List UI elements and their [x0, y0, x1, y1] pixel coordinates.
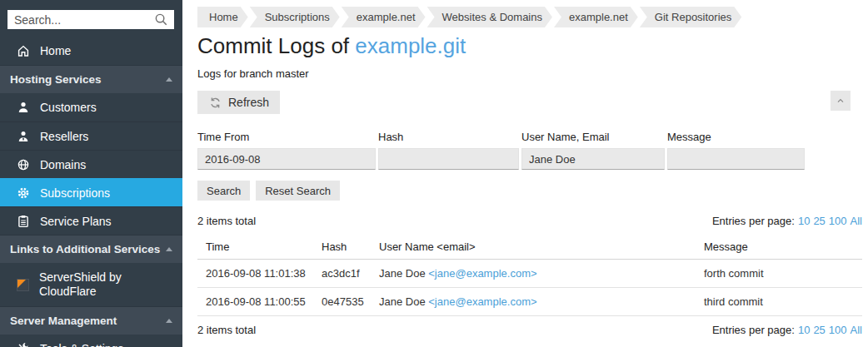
sidebar-item-domains[interactable]: Domains — [0, 150, 182, 178]
sidebar-item-label: Customers — [40, 101, 97, 114]
sidebar-header-label: Hosting Services — [10, 73, 102, 86]
commit-message: forth commit — [696, 260, 862, 287]
breadcrumb-domain[interactable]: example.net — [342, 7, 426, 27]
sidebar-item-customers[interactable]: Customers — [0, 93, 182, 121]
commit-user: Jane Doe <jane@example.com> — [371, 260, 696, 287]
col-header-message: Message — [696, 235, 862, 259]
sidebar: Home Hosting Services Customers Reseller… — [0, 0, 182, 347]
home-icon — [17, 44, 30, 57]
sidebar-item-label: Subscriptions — [40, 186, 110, 200]
entries-per-page: Entries per page: 10 25 100 All — [712, 215, 862, 227]
collapse-panel-button[interactable] — [831, 91, 851, 111]
chevron-up-icon — [836, 94, 846, 107]
refresh-label: Refresh — [228, 96, 269, 109]
breadcrumb: Home Subscriptions example.net Websites … — [197, 7, 862, 27]
search-icon[interactable] — [154, 12, 168, 27]
sidebar-item-label: Resellers — [40, 130, 88, 143]
sidebar-item-label: Home — [40, 44, 71, 57]
page-size-25[interactable]: 25 — [813, 215, 825, 227]
gear-icon — [17, 186, 30, 200]
reset-search-button[interactable]: Reset Search — [256, 181, 340, 201]
sidebar-header-label: Server Management — [10, 315, 117, 327]
items-total: 2 items total — [197, 324, 256, 336]
filter-actions: Search Reset Search — [197, 181, 862, 201]
servershield-cloudflare-icon — [17, 279, 29, 291]
sidebar-item-servershield[interactable]: ServerShield by CloudFlare — [0, 263, 182, 306]
sidebar-item-service-plans[interactable]: Service Plans — [0, 206, 182, 235]
collapse-caret-icon — [166, 247, 172, 251]
sidebar-header-label: Links to Additional Services — [10, 243, 160, 255]
commit-hash: 0e47535 — [313, 288, 371, 315]
sidebar-item-subscriptions[interactable]: Subscriptions — [0, 178, 182, 206]
breadcrumb-home[interactable]: Home — [197, 7, 248, 27]
items-total: 2 items total — [197, 215, 256, 227]
page-title: Commit Logs of example.git — [197, 33, 862, 58]
user-name: Jane Doe — [379, 267, 426, 280]
sidebar-header-links-additional-services[interactable]: Links to Additional Services — [0, 235, 182, 263]
sidebar-item-home[interactable]: Home — [0, 37, 182, 65]
user-label: User Name, Email — [521, 131, 665, 143]
breadcrumb-websites-domains[interactable]: Websites & Domains — [427, 7, 552, 27]
hash-input[interactable] — [378, 148, 519, 170]
hash-label: Hash — [378, 131, 519, 143]
page-size-all[interactable]: All — [851, 215, 862, 227]
page-size-10[interactable]: 10 — [798, 215, 810, 227]
tools-icon — [17, 342, 30, 347]
page-size-10[interactable]: 10 — [798, 324, 810, 336]
sidebar-header-server-management[interactable]: Server Management — [0, 306, 182, 335]
sidebar-search — [0, 0, 182, 37]
collapse-caret-icon — [166, 319, 172, 323]
sidebar-item-label: ServerShield by CloudFlare — [39, 270, 164, 299]
customer-icon — [17, 101, 30, 114]
table-row: 2016-09-08 11:00:55 0e47535 Jane Doe <ja… — [197, 288, 862, 316]
sidebar-item-label: Service Plans — [40, 215, 112, 228]
page-size-25[interactable]: 25 — [813, 324, 825, 336]
entries-per-page-label: Entries per page: — [712, 324, 795, 336]
refresh-icon — [208, 96, 222, 109]
table-header-row: Time Hash User Name <email> Message — [197, 235, 862, 260]
branch-subtitle: Logs for branch master — [197, 67, 862, 80]
page-size-100[interactable]: 100 — [829, 215, 847, 227]
clipboard-icon — [17, 215, 30, 228]
user-email-link[interactable]: <jane@example.com> — [428, 267, 536, 280]
search-input[interactable] — [7, 10, 174, 29]
list-footer-meta: 2 items total Entries per page: 10 25 10… — [197, 316, 862, 336]
repo-name-link[interactable]: example.git — [355, 33, 466, 58]
col-header-time: Time — [197, 235, 313, 259]
field-message: Message — [667, 131, 805, 170]
entries-per-page: Entries per page: 10 25 100 All — [712, 324, 862, 336]
commit-message: third commit — [696, 288, 862, 315]
page-size-100[interactable]: 100 — [829, 324, 847, 336]
breadcrumb-git-repositories[interactable]: Git Repositories — [640, 7, 741, 27]
col-header-user: User Name <email> — [371, 235, 696, 259]
table-row: 2016-09-08 11:01:38 ac3dc1f Jane Doe <ja… — [197, 260, 862, 288]
sidebar-item-tools-settings[interactable]: Tools & Settings — [0, 335, 182, 347]
commit-table: Time Hash User Name <email> Message 2016… — [197, 235, 862, 316]
list-header-meta: 2 items total Entries per page: 10 25 10… — [197, 215, 862, 227]
main-content: Home Subscriptions example.net Websites … — [182, 0, 868, 347]
breadcrumb-domain2[interactable]: example.net — [554, 7, 638, 27]
breadcrumb-subscriptions[interactable]: Subscriptions — [250, 7, 340, 27]
message-label: Message — [667, 131, 805, 143]
page-title-text: Commit Logs of — [197, 33, 355, 58]
user-input[interactable] — [521, 148, 665, 170]
field-time-from: Time From — [197, 131, 376, 170]
field-user: User Name, Email — [521, 131, 665, 170]
page-size-all[interactable]: All — [851, 324, 862, 336]
search-button[interactable]: Search — [197, 181, 250, 201]
commit-time: 2016-09-08 11:01:38 — [197, 260, 313, 287]
user-email-link[interactable]: <jane@example.com> — [428, 295, 536, 308]
globe-icon — [17, 158, 30, 171]
sidebar-item-resellers[interactable]: Resellers — [0, 121, 182, 150]
col-header-hash: Hash — [313, 235, 371, 259]
sidebar-header-hosting-services[interactable]: Hosting Services — [0, 65, 182, 93]
time-from-input[interactable] — [197, 148, 376, 170]
entries-per-page-label: Entries per page: — [712, 215, 795, 227]
time-from-label: Time From — [197, 131, 376, 143]
collapse-caret-icon — [166, 77, 172, 82]
message-input[interactable] — [667, 148, 805, 170]
commit-time: 2016-09-08 11:00:55 — [197, 288, 313, 315]
refresh-button[interactable]: Refresh — [197, 91, 280, 114]
sidebar-item-label: Tools & Settings — [40, 342, 123, 347]
user-name: Jane Doe — [379, 295, 426, 308]
